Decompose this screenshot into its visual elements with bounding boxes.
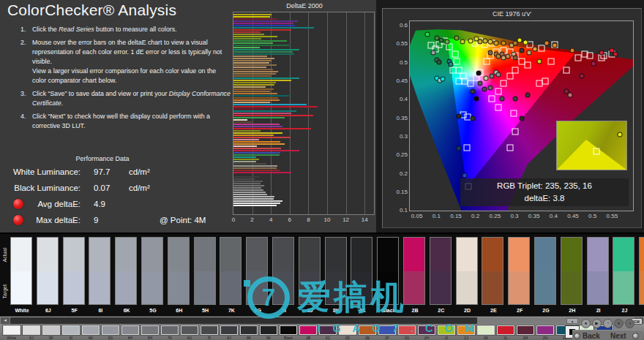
measured-dot-marker[interactable] — [473, 96, 479, 101]
pattern-chip[interactable] — [42, 325, 60, 335]
pattern-chip[interactable] — [497, 325, 514, 335]
deltae-bar[interactable] — [233, 152, 280, 154]
deltae-bar[interactable] — [233, 78, 299, 79]
pattern-chip[interactable] — [102, 325, 119, 335]
comparator-column[interactable]: 2G — [534, 237, 556, 305]
comparator-column[interactable]: 2I — [587, 237, 609, 305]
deltae-bar[interactable] — [233, 99, 280, 101]
deltae-bar[interactable] — [233, 75, 271, 77]
deltae-bar[interactable] — [233, 172, 291, 173]
transport-button-3[interactable]: ● — [614, 319, 624, 328]
comparator-column[interactable]: 6J — [37, 237, 59, 305]
deltae-bar[interactable] — [233, 113, 291, 114]
deltae-bar[interactable] — [233, 86, 266, 88]
measured-dot-marker[interactable] — [487, 85, 493, 90]
deltae-bar[interactable] — [233, 106, 318, 107]
deltae-bar[interactable] — [233, 174, 251, 175]
target-square-marker[interactable] — [489, 95, 495, 102]
deltae-bar[interactable] — [233, 192, 266, 193]
deltae-bar[interactable] — [233, 40, 287, 42]
measured-dot-marker[interactable] — [487, 50, 493, 55]
deltae-bar[interactable] — [233, 139, 259, 140]
deltae-bar[interactable] — [233, 183, 261, 184]
measured-dot-marker[interactable] — [599, 50, 604, 55]
deltae-bar[interactable] — [233, 159, 259, 160]
deltae-bar[interactable] — [233, 31, 261, 33]
deltae-bar[interactable] — [233, 137, 291, 138]
pattern-chip[interactable] — [477, 325, 495, 335]
measured-dot-marker[interactable] — [470, 116, 475, 121]
measured-dot-marker[interactable] — [501, 41, 506, 46]
deltae-bar[interactable] — [233, 45, 289, 46]
measured-dot-marker[interactable] — [568, 92, 573, 97]
deltae-bar[interactable] — [233, 42, 273, 44]
deltae-bar[interactable] — [233, 135, 274, 136]
deltae-bar[interactable] — [233, 181, 263, 182]
pattern-chip[interactable] — [260, 325, 277, 335]
pattern-chip[interactable] — [240, 325, 258, 335]
measured-dot-marker[interactable] — [505, 53, 510, 58]
deltae-bar[interactable] — [233, 189, 263, 191]
deltae-bar[interactable] — [233, 126, 282, 127]
measured-dot-marker[interactable] — [536, 59, 542, 64]
deltae-bar[interactable] — [233, 198, 274, 200]
comparator-column[interactable]: 2J — [613, 237, 634, 305]
pattern-chip[interactable] — [457, 325, 475, 335]
deltae-bar[interactable] — [233, 205, 277, 206]
comparator-column[interactable]: 7K — [220, 237, 242, 305]
deltae-bar[interactable] — [233, 95, 289, 97]
deltae-bar[interactable] — [233, 130, 261, 132]
deltae-bar[interactable] — [233, 110, 296, 112]
deltae-bar[interactable] — [233, 104, 307, 105]
pattern-chip[interactable] — [161, 325, 179, 335]
target-square-marker[interactable] — [542, 78, 549, 85]
comparator-column[interactable]: 6G — [246, 237, 268, 305]
target-square-marker[interactable] — [564, 67, 570, 74]
target-square-marker[interactable] — [506, 73, 513, 80]
next-icon[interactable] — [632, 333, 639, 339]
measured-dot-marker[interactable] — [444, 39, 449, 44]
comparator-column[interactable]: 5I — [272, 237, 294, 305]
deltae-bar[interactable] — [233, 53, 294, 55]
deltae-bar[interactable] — [233, 121, 253, 123]
measured-dot-marker[interactable] — [484, 75, 489, 80]
pattern-chip[interactable] — [62, 325, 80, 335]
comparator-column[interactable]: 2H — [561, 237, 583, 305]
deltae-bar[interactable] — [233, 97, 278, 99]
measured-dot-marker[interactable] — [468, 39, 473, 44]
measured-dot-marker[interactable] — [487, 39, 493, 44]
target-square-marker[interactable] — [547, 58, 554, 65]
measured-dot-marker[interactable] — [482, 87, 487, 92]
deltae-bar[interactable] — [233, 124, 280, 125]
deltae-bar[interactable] — [233, 176, 259, 178]
deltae-bar[interactable] — [233, 154, 280, 156]
transport-button-1[interactable]: ▶ — [592, 319, 602, 328]
target-square-marker[interactable] — [454, 58, 460, 65]
deltae-bar[interactable] — [233, 67, 266, 68]
deltae-bar[interactable] — [233, 200, 282, 202]
deltae-bar[interactable] — [233, 102, 270, 103]
transport-button-4[interactable]: ◑ — [625, 319, 634, 328]
deltae-bar[interactable] — [233, 194, 267, 195]
deltae-bar[interactable] — [233, 18, 277, 20]
pattern-chip[interactable] — [359, 325, 376, 335]
deltae-bar[interactable] — [233, 36, 277, 37]
comparator-column[interactable]: 9K — [351, 237, 372, 305]
deltae-bar[interactable] — [233, 64, 277, 66]
target-square-marker[interactable] — [511, 110, 517, 116]
deltae-bar[interactable] — [233, 88, 274, 90]
transport-button-0[interactable]: ● — [581, 319, 591, 328]
deltae-bar[interactable] — [233, 62, 269, 64]
measured-dot-marker[interactable] — [519, 116, 524, 121]
scrollbar-thumb[interactable] — [10, 317, 477, 324]
measured-dot-marker[interactable] — [490, 74, 495, 79]
deltae-bar[interactable] — [233, 119, 247, 121]
comparator-column[interactable]: 5F — [63, 237, 85, 305]
comparator-column[interactable]: 8J — [299, 237, 321, 305]
measured-dot-marker[interactable] — [552, 42, 557, 48]
deltae-bar[interactable] — [233, 91, 270, 92]
deltae-bar[interactable] — [233, 148, 281, 149]
deltae-bar[interactable] — [233, 14, 272, 15]
measured-dot-marker[interactable] — [460, 39, 465, 44]
measured-dot-marker[interactable] — [431, 50, 436, 55]
